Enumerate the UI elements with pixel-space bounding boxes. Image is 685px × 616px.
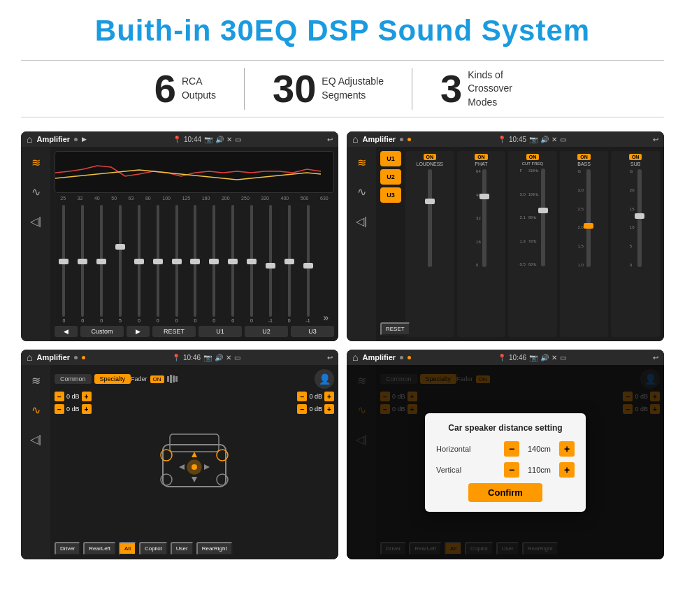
- nav-eq-icon-3[interactable]: ≋: [26, 371, 45, 390]
- confirm-button[interactable]: Confirm: [468, 483, 542, 502]
- eq-slider-10[interactable]: 0: [244, 205, 260, 323]
- nav-speaker-icon[interactable]: ◁|: [26, 211, 45, 231]
- status-dot-4b: [408, 356, 411, 359]
- back-icon-3[interactable]: ↩: [327, 354, 333, 361]
- stat-number-crossover: 3: [440, 69, 462, 108]
- car-svg: [149, 424, 240, 508]
- horizontal-minus-btn[interactable]: −: [504, 441, 519, 457]
- back-icon-4[interactable]: ↩: [653, 354, 658, 361]
- preset-u3[interactable]: U3: [380, 187, 401, 203]
- eq-u3-btn[interactable]: U3: [291, 326, 334, 337]
- camera-icon-4: 📷: [529, 354, 538, 361]
- status-bar-1: ⌂ Amplifier ▶ 📍 10:44 📷 🔊 ✕ ▭ ↩: [21, 131, 338, 147]
- db-minus-rl[interactable]: −: [55, 404, 64, 414]
- nav-wave-icon[interactable]: ∿: [26, 182, 45, 201]
- eq-prev-btn[interactable]: ◀: [55, 326, 78, 337]
- eq-slider-9[interactable]: 0: [225, 205, 241, 323]
- on-badge-bass: ON: [577, 154, 591, 160]
- all-btn[interactable]: All: [119, 542, 136, 555]
- eq-slider-4[interactable]: 0: [131, 205, 147, 323]
- location-icon-4: 📍: [498, 354, 506, 361]
- db-minus-fl[interactable]: −: [55, 392, 64, 401]
- dialog-overlay: Car speaker distance setting Horizontal …: [347, 365, 664, 559]
- eq-slider-8[interactable]: 0: [206, 205, 222, 323]
- nav-speaker-icon-2[interactable]: ◁|: [352, 211, 371, 231]
- eq-slider-6[interactable]: 0: [168, 205, 185, 323]
- vertical-plus-btn[interactable]: +: [559, 462, 575, 478]
- db-control-fr: − 0 dB +: [297, 392, 334, 401]
- copilot-btn[interactable]: Copilot: [139, 542, 168, 555]
- db-minus-fr[interactable]: −: [297, 392, 307, 401]
- eq-slider-7[interactable]: 0: [187, 205, 203, 323]
- channel-phat: ON PHAT 644832160: [457, 151, 506, 337]
- home-icon-3[interactable]: ⌂: [27, 352, 32, 363]
- screen-crossover: ⌂ Amplifier 📍 10:46 📷 🔊 ✕ ▭ ↩: [21, 350, 338, 559]
- dialog-row-horizontal: Horizontal − 140cm +: [436, 441, 575, 457]
- time-3: 10:46: [183, 354, 201, 361]
- eq-custom-btn[interactable]: Custom: [80, 326, 124, 337]
- eq-freq-160: 160: [202, 196, 210, 201]
- eq-slider-0[interactable]: 0: [56, 205, 72, 323]
- db-plus-rl[interactable]: +: [82, 404, 92, 414]
- close-icon-3: ✕: [226, 354, 231, 361]
- channel-loudness: ON LOUDNESS: [405, 151, 454, 337]
- stat-text-rca: RCAOutputs: [182, 75, 216, 102]
- nav-eq-icon[interactable]: ≋: [26, 152, 45, 172]
- camera-icon-2: 📷: [529, 136, 538, 143]
- back-icon-2[interactable]: ↩: [653, 136, 658, 143]
- dialog-horizontal-control: − 140cm +: [504, 441, 575, 457]
- db-plus-fl[interactable]: +: [82, 392, 92, 401]
- eq-next-btn[interactable]: ▶: [127, 326, 150, 337]
- preset-u1[interactable]: U1: [380, 151, 401, 166]
- nav-eq-icon-2[interactable]: ≋: [352, 152, 371, 172]
- home-icon-4[interactable]: ⌂: [352, 352, 358, 363]
- db-minus-rr[interactable]: −: [297, 404, 307, 414]
- db-plus-rr[interactable]: +: [324, 404, 334, 414]
- rear-left-btn[interactable]: RearLeft: [83, 542, 116, 555]
- rear-right-btn[interactable]: RearRight: [196, 542, 233, 555]
- home-icon-2[interactable]: ⌂: [352, 134, 358, 145]
- vertical-minus-btn[interactable]: −: [504, 462, 519, 478]
- tab-specialty[interactable]: Specialty: [94, 374, 131, 384]
- eq-slider-11[interactable]: -1: [262, 205, 278, 323]
- eq-sliders: 0 0 0 5 0 0 0 0 0 0 0 -1 0 -1 »: [55, 205, 334, 323]
- dialog-box: Car speaker distance setting Horizontal …: [425, 413, 586, 512]
- eq-u1-btn[interactable]: U1: [199, 326, 242, 337]
- home-icon-1[interactable]: ⌂: [27, 134, 32, 145]
- car-diagram: [130, 392, 259, 539]
- reset-btn-amp[interactable]: RESET: [380, 322, 410, 336]
- svg-rect-1: [170, 434, 219, 452]
- time-2: 10:45: [509, 136, 526, 143]
- eq-freq-630: 630: [320, 196, 329, 201]
- channel-cutfreq: ON CUT FREQ F3.02.11.30.5 310Hz100Hz80Hz…: [508, 151, 557, 337]
- db-control-rl: − 0 dB +: [55, 404, 124, 414]
- eq-slider-3[interactable]: 5: [113, 205, 129, 323]
- eq-u2-btn[interactable]: U2: [245, 326, 288, 337]
- stat-rca: 6 RCAOutputs: [127, 69, 244, 108]
- preset-u2[interactable]: U2: [380, 169, 401, 185]
- stat-number-rca: 6: [154, 69, 176, 108]
- nav-speaker-icon-3[interactable]: ◁|: [26, 429, 45, 449]
- eq-reset-btn[interactable]: RESET: [152, 326, 196, 337]
- nav-wave-icon-2[interactable]: ∿: [352, 182, 371, 201]
- eq-slider-13[interactable]: -1: [300, 205, 316, 323]
- camera-icon-3: 📷: [203, 354, 212, 361]
- nav-wave-icon-3[interactable]: ∿: [26, 400, 45, 420]
- eq-slider-2[interactable]: 0: [94, 205, 110, 323]
- eq-slider-1[interactable]: 0: [75, 205, 91, 323]
- side-nav-3: ≋ ∿ ◁|: [21, 365, 50, 559]
- user-icon-btn-3[interactable]: 👤: [315, 369, 334, 389]
- driver-btn[interactable]: Driver: [55, 542, 80, 555]
- tab-common[interactable]: Common: [55, 374, 92, 384]
- side-nav-1: ≋ ∿ ◁|: [21, 147, 50, 341]
- eq-slider-5[interactable]: 0: [150, 205, 166, 323]
- play-icon-1: ▶: [82, 136, 87, 143]
- back-icon-1[interactable]: ↩: [327, 136, 333, 143]
- eq-slider-12[interactable]: 0: [281, 205, 297, 323]
- svg-point-7: [192, 464, 197, 470]
- channel-name-loudness: LOUDNESS: [417, 162, 444, 166]
- db-plus-fr[interactable]: +: [324, 392, 334, 401]
- eq-freq-100: 100: [162, 196, 171, 201]
- user-btn[interactable]: User: [171, 542, 194, 555]
- horizontal-plus-btn[interactable]: +: [559, 441, 575, 457]
